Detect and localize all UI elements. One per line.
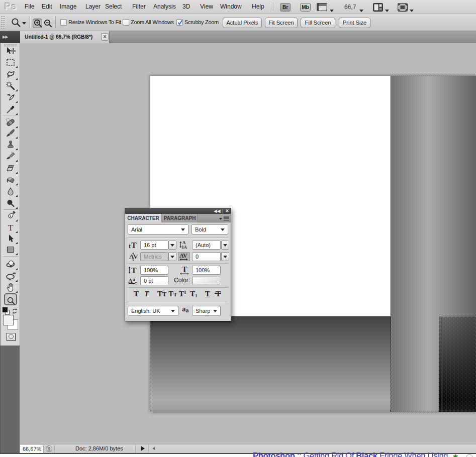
svg-text:A: A xyxy=(128,277,133,284)
svg-text:IA: IA xyxy=(182,245,187,250)
svg-text:t: t xyxy=(129,243,131,250)
svg-text:V: V xyxy=(133,253,138,260)
svg-text:T: T xyxy=(131,266,137,275)
svg-text:AV: AV xyxy=(179,252,187,259)
svg-text:T: T xyxy=(8,223,14,232)
svg-text:a: a xyxy=(133,277,135,282)
svg-text:T: T xyxy=(182,266,187,274)
svg-text:T: T xyxy=(131,241,137,250)
